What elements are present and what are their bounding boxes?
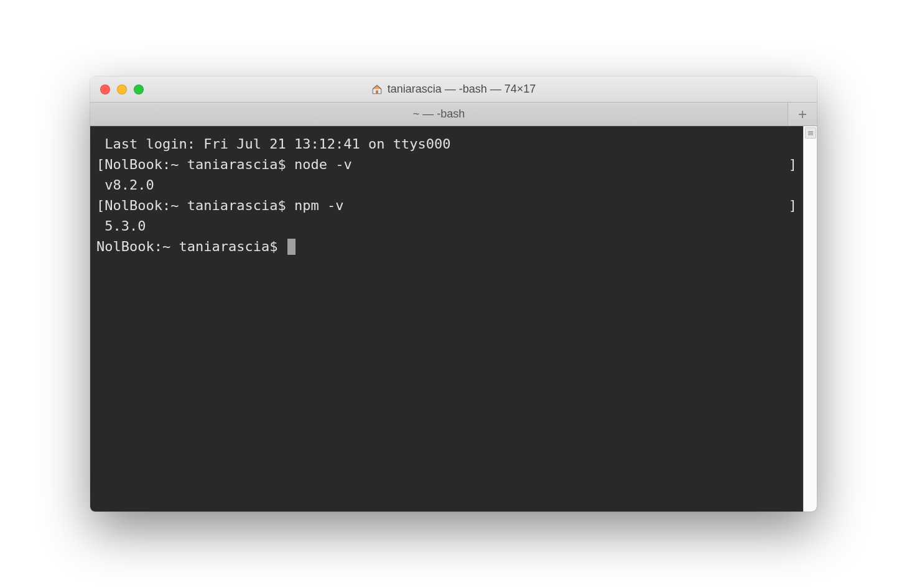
cursor [287,239,295,255]
svg-rect-1 [808,131,813,132]
window-title-area: taniarascia — -bash — 74×17 [90,83,817,96]
current-prompt-line: NolBook:~ taniarascia$ [96,236,797,257]
titlebar[interactable]: taniarascia — -bash — 74×17 [90,76,817,103]
command-line-2: [NolBook:~ taniarascia$ npm -v] [96,195,797,216]
window-controls [90,85,144,94]
tab-label: ~ — -bash [413,108,465,121]
vertical-scrollbar[interactable] [803,126,817,512]
output-text: v8.2.0 [105,177,154,193]
terminal-body: Last login: Fri Jul 21 13:12:41 on ttys0… [90,126,817,512]
svg-rect-0 [376,90,378,93]
maximize-button[interactable] [134,85,144,94]
new-tab-button[interactable]: + [788,103,817,126]
home-icon [371,84,383,95]
command-text: node -v [294,157,352,172]
bracket-left: [ [96,198,105,213]
window-title: taniarascia — -bash — 74×17 [388,83,536,96]
shell-prompt: NolBook:~ taniarascia$ [105,198,286,213]
output-line-1: v8.2.0 [96,175,797,195]
bracket-right: ] [789,195,797,216]
close-button[interactable] [100,85,110,94]
command-line-1: [NolBook:~ taniarascia$ node -v] [96,154,797,175]
tab-bar: ~ — -bash + [90,103,817,126]
svg-rect-2 [808,133,813,134]
command-text: npm -v [294,198,343,213]
tab-active[interactable]: ~ — -bash [90,103,788,126]
minimize-button[interactable] [117,85,127,94]
svg-rect-3 [808,134,813,136]
output-line-2: 5.3.0 [96,216,797,236]
output-text: 5.3.0 [105,218,146,234]
motd-text: Last login: Fri Jul 21 13:12:41 on ttys0… [105,136,450,152]
scroll-indicator-icon [805,127,816,139]
plus-icon: + [798,106,807,123]
terminal-output[interactable]: Last login: Fri Jul 21 13:12:41 on ttys0… [90,126,803,512]
bracket-right: ] [789,154,797,175]
motd-line: Last login: Fri Jul 21 13:12:41 on ttys0… [96,134,797,154]
shell-prompt: NolBook:~ taniarascia$ [96,236,286,257]
terminal-window: taniarascia — -bash — 74×17 ~ — -bash + … [90,76,817,512]
shell-prompt: NolBook:~ taniarascia$ [105,157,286,172]
bracket-left: [ [96,157,105,172]
